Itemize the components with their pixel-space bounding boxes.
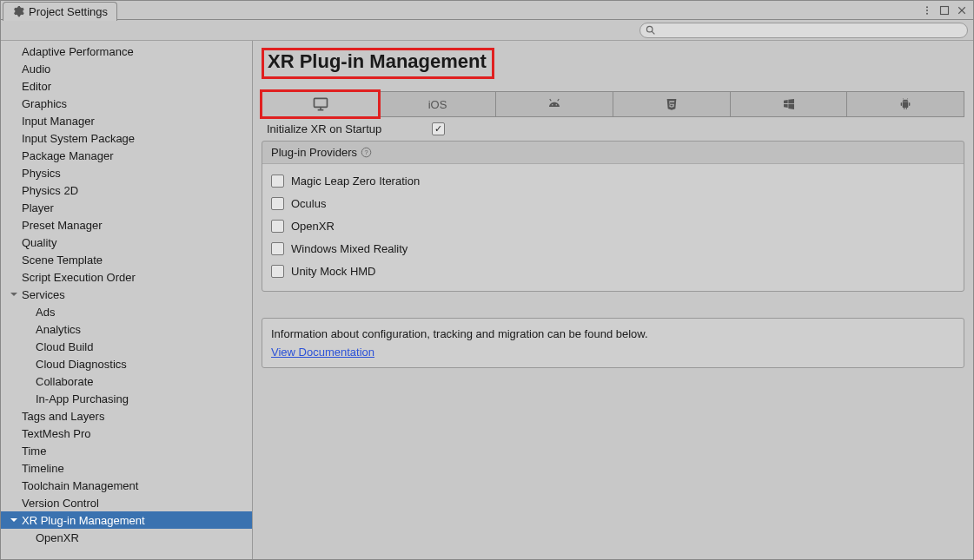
svg-line-7 <box>652 31 654 34</box>
sidebar-item-in-app-purchasing[interactable]: In-App Purchasing <box>1 390 252 407</box>
sidebar-item-quality[interactable]: Quality <box>1 234 252 251</box>
kebab-menu-icon[interactable] <box>921 4 933 16</box>
provider-item-magic-leap-zero-iteration: Magic Leap Zero Iteration <box>271 169 955 192</box>
view-documentation-link[interactable]: View Documentation <box>271 346 374 359</box>
sidebar-item-package-manager[interactable]: Package Manager <box>1 147 252 164</box>
window-title: Project Settings <box>29 5 108 18</box>
sidebar-item-label: Ads <box>36 306 55 319</box>
window-tab[interactable]: Project Settings <box>3 2 117 21</box>
monitor-icon <box>312 96 329 113</box>
sidebar-item-preset-manager[interactable]: Preset Manager <box>1 216 252 234</box>
search-icon <box>645 24 656 36</box>
android-face-icon <box>547 96 562 112</box>
sidebar-item-audio[interactable]: Audio <box>1 60 252 77</box>
provider-label: Unity Mock HMD <box>291 265 376 278</box>
providers-header: Plug-in Providers ? <box>262 142 964 163</box>
sidebar-item-label: Cloud Diagnostics <box>36 358 127 371</box>
platform-tab-ios[interactable]: iOS <box>379 91 496 117</box>
gear-icon <box>12 5 24 17</box>
sidebar-item-label: Input System Package <box>22 132 135 145</box>
platform-tab-android-face[interactable] <box>495 91 613 117</box>
sidebar-item-toolchain-management[interactable]: Toolchain Management <box>1 477 252 494</box>
sidebar-item-version-control[interactable]: Version Control <box>1 494 252 511</box>
svg-point-2 <box>926 12 928 14</box>
sidebar-item-editor[interactable]: Editor <box>1 77 252 95</box>
sidebar-item-player[interactable]: Player <box>1 199 252 216</box>
chevron-down-icon <box>10 516 20 524</box>
ios-icon: iOS <box>428 98 447 111</box>
providers-title: Plug-in Providers <box>271 146 357 159</box>
sidebar-item-textmesh-pro[interactable]: TextMesh Pro <box>1 425 252 442</box>
provider-checkbox[interactable] <box>271 197 284 210</box>
provider-label: Magic Leap Zero Iteration <box>291 175 420 188</box>
svg-text:?: ? <box>364 148 368 156</box>
provider-checkbox[interactable] <box>271 220 284 233</box>
maximize-icon[interactable] <box>938 4 951 16</box>
sidebar-item-label: OpenXR <box>36 531 79 544</box>
sidebar-item-label: Services <box>22 288 65 301</box>
windows-icon <box>782 97 796 111</box>
svg-point-11 <box>552 104 553 106</box>
initialize-checkbox[interactable]: ✓ <box>432 122 445 135</box>
platform-tabs: iOS <box>262 91 964 117</box>
sidebar-item-label: Editor <box>22 80 51 93</box>
sidebar-item-graphics[interactable]: Graphics <box>1 95 252 112</box>
titlebar: Project Settings <box>1 1 973 20</box>
svg-rect-16 <box>901 102 902 106</box>
content-area: XR Plug-in Management iOS Initialize XR … <box>253 41 973 559</box>
sidebar-item-label: Time <box>22 445 46 458</box>
chevron-down-icon <box>10 290 20 299</box>
providers-panel: Plug-in Providers ? Magic Leap Zero Iter… <box>262 141 964 292</box>
sidebar-item-analytics[interactable]: Analytics <box>1 320 252 338</box>
sidebar-item-input-manager[interactable]: Input Manager <box>1 112 252 129</box>
sidebar-item-label: Physics <box>22 167 61 180</box>
sidebar-item-timeline[interactable]: Timeline <box>1 459 252 477</box>
sidebar-item-label: Adaptive Performance <box>22 45 134 58</box>
platform-tab-monitor[interactable] <box>262 91 379 117</box>
sidebar-item-label: Cloud Build <box>36 340 94 353</box>
platform-tab-windows[interactable] <box>730 91 847 117</box>
sidebar-item-script-execution-order[interactable]: Script Execution Order <box>1 268 252 286</box>
sidebar-item-label: Analytics <box>36 323 81 336</box>
platform-tab-html5[interactable] <box>613 91 730 117</box>
provider-item-unity-mock-hmd: Unity Mock HMD <box>271 260 955 282</box>
sidebar-item-label: XR Plug-in Management <box>22 514 145 527</box>
provider-checkbox[interactable] <box>271 242 284 255</box>
sidebar-item-label: In-App Purchasing <box>36 392 129 405</box>
provider-checkbox[interactable] <box>271 265 284 278</box>
sidebar-item-scene-template[interactable]: Scene Template <box>1 251 252 268</box>
sidebar-item-label: Graphics <box>22 97 67 110</box>
help-icon[interactable]: ? <box>361 147 372 158</box>
sidebar-item-ads[interactable]: Ads <box>1 303 252 320</box>
sidebar-item-xr-plug-in-management[interactable]: XR Plug-in Management <box>1 511 252 529</box>
sidebar-item-time[interactable]: Time <box>1 442 252 459</box>
sidebar-item-cloud-diagnostics[interactable]: Cloud Diagnostics <box>1 355 252 372</box>
sidebar-item-openxr[interactable]: OpenXR <box>1 529 252 546</box>
providers-list: Magic Leap Zero IterationOculusOpenXRWin… <box>262 163 964 291</box>
sidebar[interactable]: Adaptive PerformanceAudioEditorGraphicsI… <box>1 41 253 559</box>
svg-rect-17 <box>909 102 910 106</box>
sidebar-item-label: Collaborate <box>36 375 94 388</box>
heading-highlight: XR Plug-in Management <box>262 48 494 79</box>
sidebar-item-physics[interactable]: Physics <box>1 164 252 181</box>
provider-label: Windows Mixed Reality <box>291 242 407 255</box>
sidebar-item-cloud-build[interactable]: Cloud Build <box>1 338 252 355</box>
sidebar-item-services[interactable]: Services <box>1 286 252 303</box>
platform-tab-android[interactable] <box>846 91 964 117</box>
sidebar-item-label: Scene Template <box>22 254 103 267</box>
sidebar-item-physics-2d[interactable]: Physics 2D <box>1 181 252 199</box>
sidebar-item-label: Preset Manager <box>22 219 103 232</box>
search-input[interactable] <box>639 23 968 38</box>
sidebar-item-tags-and-layers[interactable]: Tags and Layers <box>1 407 252 425</box>
footer-info: Information about configuration, trackin… <box>271 327 955 340</box>
sidebar-item-input-system-package[interactable]: Input System Package <box>1 129 252 147</box>
sidebar-item-label: Player <box>22 201 54 214</box>
page-title: XR Plug-in Management <box>268 50 487 73</box>
sidebar-item-collaborate[interactable]: Collaborate <box>1 372 252 390</box>
sidebar-item-label: Physics 2D <box>22 184 78 197</box>
svg-line-21 <box>907 98 908 99</box>
sidebar-item-adaptive-performance[interactable]: Adaptive Performance <box>1 43 252 60</box>
provider-checkbox[interactable] <box>271 175 284 188</box>
svg-line-14 <box>558 99 560 101</box>
close-icon[interactable] <box>956 4 968 16</box>
